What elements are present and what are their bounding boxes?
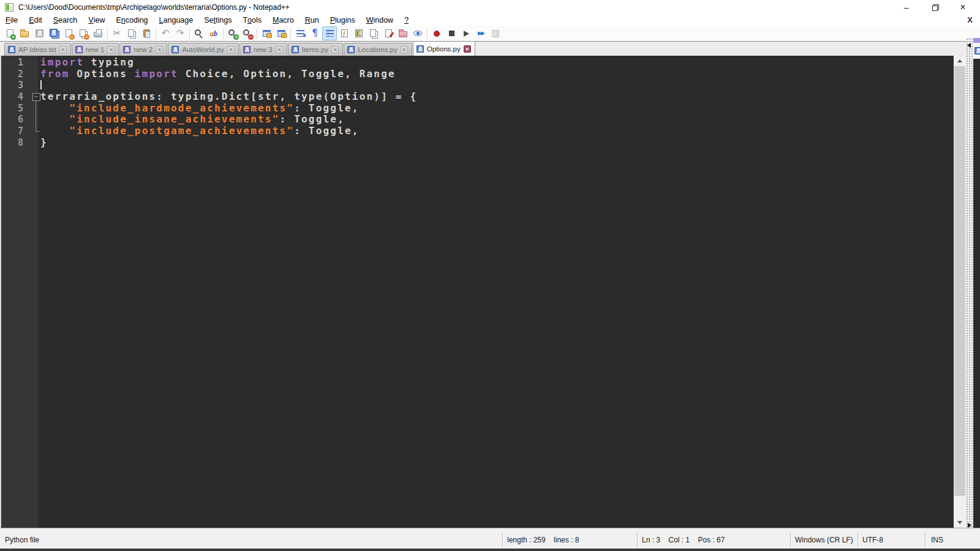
open-file-button[interactable] xyxy=(17,26,32,40)
redo-button[interactable]: ↷ xyxy=(173,26,187,40)
zoom-out-button[interactable]: − xyxy=(240,26,255,40)
document-list-icon xyxy=(370,29,376,37)
menu-item-tools[interactable]: Tools xyxy=(237,15,267,26)
zoom-in-button[interactable]: + xyxy=(225,26,240,40)
menu-item-view[interactable]: View xyxy=(83,15,110,26)
code-line: 1import typing xyxy=(0,57,954,69)
save-all-button[interactable] xyxy=(47,26,61,40)
tab-close-icon[interactable]: × xyxy=(156,46,163,53)
folder-as-workspace-button[interactable] xyxy=(396,26,410,40)
menu-item-macro[interactable]: Macro xyxy=(267,15,300,26)
copy-button[interactable] xyxy=(124,26,139,40)
document-edit-button[interactable] xyxy=(381,26,396,40)
tab-new-1[interactable]: new 1× xyxy=(72,43,119,56)
show-indent-guide-button[interactable] xyxy=(322,26,337,40)
line-number: 2 xyxy=(0,69,31,80)
notepadpp-icon xyxy=(5,3,13,12)
fold-margin xyxy=(31,80,40,91)
restore-button[interactable] xyxy=(930,2,940,12)
code-text: } xyxy=(40,137,48,149)
tab-close-icon[interactable]: × xyxy=(401,46,408,53)
tab-new-2[interactable]: new 2× xyxy=(119,43,167,56)
macro-save-icon xyxy=(492,30,499,37)
menu-item-window[interactable]: Window xyxy=(361,15,399,26)
code-editor[interactable]: 1import typing2from Options import Choic… xyxy=(0,56,954,528)
macro-record-icon xyxy=(434,31,440,37)
menu-item-help[interactable]: ? xyxy=(399,15,414,26)
toolbar-separator xyxy=(257,28,257,39)
print-button[interactable] xyxy=(91,26,105,40)
tab-close-icon[interactable]: × xyxy=(227,46,235,53)
document-list-button[interactable] xyxy=(366,26,381,40)
close-all-button[interactable]: − xyxy=(76,26,91,40)
code-line: 3 xyxy=(0,80,954,91)
new-file-button[interactable]: + xyxy=(2,26,17,40)
line-number: 7 xyxy=(0,126,31,137)
sync-scroll-horizontal-button[interactable] xyxy=(274,26,288,40)
folder-as-workspace-icon xyxy=(399,31,407,37)
macro-stop-button[interactable] xyxy=(444,26,459,40)
tab-close-icon[interactable]: × xyxy=(107,46,115,53)
panel-caption xyxy=(973,38,980,43)
panel-expand-icon[interactable] xyxy=(968,523,971,528)
show-all-characters-button[interactable]: ¶ xyxy=(307,26,322,40)
panel-collapse-icon[interactable] xyxy=(967,43,971,48)
doc-close-icon[interactable]: X xyxy=(967,15,973,24)
close-button[interactable]: × xyxy=(958,2,968,12)
scroll-down-icon[interactable] xyxy=(954,517,966,528)
menu-item-edit[interactable]: Edit xyxy=(23,15,48,26)
floppy-icon xyxy=(123,46,130,53)
minimize-button[interactable]: – xyxy=(902,2,911,12)
code-line: 2from Options import Choice, Option, Tog… xyxy=(0,69,954,80)
panel-list-item[interactable] xyxy=(973,43,980,59)
fold-collapse-icon[interactable] xyxy=(31,91,40,103)
undo-button[interactable]: ↶ xyxy=(158,26,173,40)
menu-item-settings[interactable]: Settings xyxy=(198,15,237,26)
function-list-button[interactable]: ƒ xyxy=(337,26,352,40)
window-bottom-edge xyxy=(0,549,980,551)
document-list-panel[interactable] xyxy=(973,38,980,530)
macro-record-button[interactable] xyxy=(429,26,444,40)
tab-autoworld-py[interactable]: AutoWorld.py× xyxy=(168,43,239,56)
undo-icon: ↶ xyxy=(162,29,170,38)
tab-new-3[interactable]: new 3× xyxy=(239,43,287,56)
macro-run-multiple-button[interactable]: ▶▶ xyxy=(473,26,488,40)
tab-close-icon[interactable]: × xyxy=(464,45,471,53)
tab-ap-ideas-txt[interactable]: AP Ideas.txt× xyxy=(4,43,71,56)
macro-play-button[interactable] xyxy=(459,26,473,40)
sync-scroll-vertical-button[interactable] xyxy=(259,26,274,40)
panel-splitter[interactable] xyxy=(966,38,973,530)
menu-item-run[interactable]: Run xyxy=(300,15,325,26)
menu-item-encoding[interactable]: Encoding xyxy=(110,15,153,26)
scrollbar-thumb[interactable] xyxy=(954,66,965,496)
status-insert-mode: INS xyxy=(931,536,943,544)
close-button[interactable]: − xyxy=(61,26,76,40)
tab-locations-py[interactable]: Locations.py× xyxy=(344,43,412,56)
macro-stop-icon xyxy=(449,31,454,36)
cut-button[interactable]: ✂ xyxy=(110,26,124,40)
tab-close-icon[interactable]: × xyxy=(59,46,67,53)
menu-item-plugins[interactable]: Plugins xyxy=(325,15,361,26)
word-wrap-button[interactable] xyxy=(293,26,307,40)
menu-item-language[interactable]: Language xyxy=(154,15,199,26)
monitoring-button[interactable] xyxy=(410,26,425,40)
tab-close-icon[interactable]: × xyxy=(331,46,339,53)
menu-item-file[interactable]: File xyxy=(0,15,23,26)
find-icon xyxy=(195,29,201,36)
find-button[interactable] xyxy=(192,26,206,40)
tab-options-py[interactable]: Options.py× xyxy=(413,41,475,56)
menu-item-search[interactable]: Search xyxy=(48,15,83,26)
document-map-button[interactable] xyxy=(352,26,366,40)
tab-close-icon[interactable]: × xyxy=(276,46,283,53)
fold-margin xyxy=(31,126,40,137)
replace-button[interactable]: ab xyxy=(206,26,221,40)
code-text: from Options import Choice, Option, Togg… xyxy=(40,69,396,80)
macro-save-button[interactable] xyxy=(488,26,503,40)
save-button[interactable] xyxy=(32,26,47,40)
paste-button[interactable] xyxy=(139,26,154,40)
vertical-scrollbar[interactable] xyxy=(954,56,966,528)
floppy-icon xyxy=(347,46,355,53)
tab-items-py[interactable]: Items.py× xyxy=(288,43,343,56)
window-title: C:\Users\Dood\Documents\tmp\Archipelago\… xyxy=(18,3,290,12)
scroll-up-icon[interactable] xyxy=(954,56,966,66)
